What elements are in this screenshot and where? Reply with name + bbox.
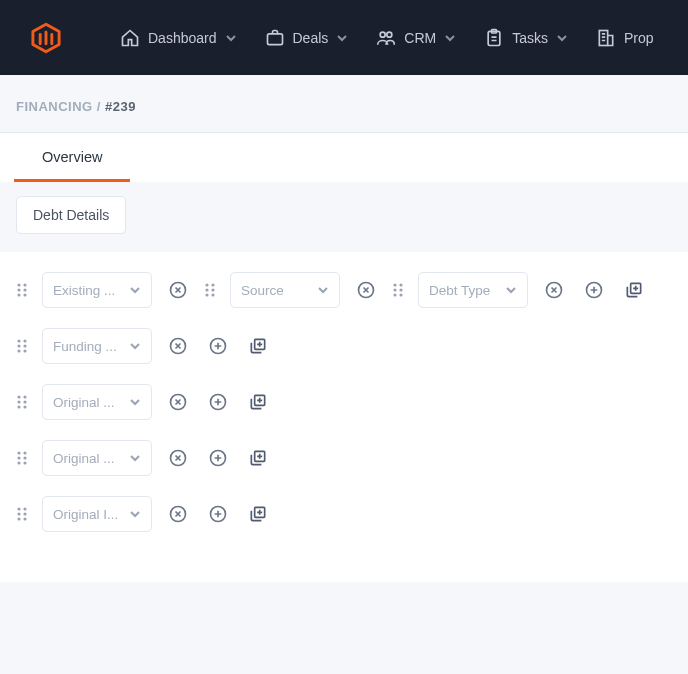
add-button[interactable] (204, 388, 232, 416)
svg-point-25 (393, 293, 396, 296)
delete-button[interactable] (164, 276, 192, 304)
delete-button[interactable] (164, 388, 192, 416)
breadcrumb-root[interactable]: FINANCING (16, 99, 93, 114)
drag-handle-icon[interactable] (16, 338, 30, 354)
debt-details-button[interactable]: Debt Details (16, 196, 126, 234)
add-group-button[interactable] (244, 388, 272, 416)
debt-details-label: Debt Details (33, 207, 109, 223)
chevron-down-icon (336, 32, 348, 44)
svg-point-19 (211, 293, 214, 296)
tab-overview[interactable]: Overview (14, 133, 130, 182)
chevron-down-icon (505, 284, 517, 296)
add-button[interactable] (580, 276, 608, 304)
add-button[interactable] (204, 500, 232, 528)
svg-point-34 (17, 349, 20, 352)
select-label: Existing ... (53, 283, 115, 298)
add-group-button[interactable] (620, 276, 648, 304)
svg-point-57 (17, 507, 20, 510)
nav-label: Dashboard (148, 30, 217, 46)
svg-point-2 (380, 32, 385, 37)
add-group-button[interactable] (244, 332, 272, 360)
svg-point-11 (17, 293, 20, 296)
svg-point-61 (17, 517, 20, 520)
breadcrumb: FINANCING / #239 (0, 75, 688, 132)
select-label: Source (241, 283, 284, 298)
svg-point-7 (17, 283, 20, 286)
svg-point-8 (23, 283, 26, 286)
svg-point-15 (211, 283, 214, 286)
chevron-down-icon (129, 284, 141, 296)
svg-point-41 (17, 400, 20, 403)
svg-point-16 (205, 288, 208, 291)
select-debt-type[interactable]: Debt Type (418, 272, 528, 308)
delete-button[interactable] (164, 444, 192, 472)
chevron-down-icon (129, 396, 141, 408)
tab-label: Overview (42, 149, 102, 165)
select-field[interactable]: Original I... (42, 496, 152, 532)
breadcrumb-current: #239 (105, 99, 136, 114)
tab-strip: Overview (0, 132, 688, 182)
select-field[interactable]: Funding ... (42, 328, 152, 364)
nav-label: CRM (404, 30, 436, 46)
drag-handle-icon[interactable] (204, 282, 218, 298)
chevron-down-icon (317, 284, 329, 296)
clipboard-icon (484, 28, 504, 48)
drag-handle-icon[interactable] (16, 282, 30, 298)
add-button[interactable] (204, 444, 232, 472)
drag-handle-icon[interactable] (392, 282, 406, 298)
drag-handle-icon[interactable] (16, 506, 30, 522)
add-group-button[interactable] (244, 500, 272, 528)
select-existing[interactable]: Existing ... (42, 272, 152, 308)
rows-area: Existing ... Source Debt Type (0, 252, 688, 582)
nav-label: Deals (293, 30, 329, 46)
section-header: Debt Details (0, 182, 688, 252)
chevron-down-icon (129, 452, 141, 464)
nav-deals[interactable]: Deals (265, 28, 349, 48)
svg-point-43 (17, 405, 20, 408)
top-navbar: Dashboard Deals CRM (0, 0, 688, 75)
svg-point-23 (393, 288, 396, 291)
add-button[interactable] (204, 332, 232, 360)
svg-point-33 (23, 344, 26, 347)
delete-button[interactable] (352, 276, 380, 304)
svg-point-18 (205, 293, 208, 296)
app-logo (30, 22, 62, 54)
select-field[interactable]: Original ... (42, 384, 152, 420)
select-label: Funding ... (53, 339, 117, 354)
delete-button[interactable] (164, 332, 192, 360)
select-label: Debt Type (429, 283, 490, 298)
drag-handle-icon[interactable] (16, 394, 30, 410)
svg-point-24 (399, 288, 402, 291)
svg-point-30 (17, 339, 20, 342)
nav-properties[interactable]: Prop (596, 28, 654, 48)
svg-point-59 (17, 512, 20, 515)
chevron-down-icon (129, 508, 141, 520)
svg-point-40 (23, 395, 26, 398)
select-source[interactable]: Source (230, 272, 340, 308)
svg-point-32 (17, 344, 20, 347)
delete-button[interactable] (540, 276, 568, 304)
svg-point-44 (23, 405, 26, 408)
filter-row: Original I... (16, 486, 672, 542)
nav-dashboard[interactable]: Dashboard (120, 28, 237, 48)
home-icon (120, 28, 140, 48)
svg-point-62 (23, 517, 26, 520)
svg-point-50 (17, 456, 20, 459)
svg-point-39 (17, 395, 20, 398)
svg-point-53 (23, 461, 26, 464)
drag-handle-icon[interactable] (16, 450, 30, 466)
building-icon (596, 28, 616, 48)
add-group-button[interactable] (244, 444, 272, 472)
filter-row: Original ... (16, 430, 672, 486)
nav-label: Prop (624, 30, 654, 46)
svg-point-12 (23, 293, 26, 296)
svg-point-3 (387, 32, 392, 37)
nav-tasks[interactable]: Tasks (484, 28, 568, 48)
svg-point-52 (17, 461, 20, 464)
svg-point-21 (393, 283, 396, 286)
select-field[interactable]: Original ... (42, 440, 152, 476)
delete-button[interactable] (164, 500, 192, 528)
nav-crm[interactable]: CRM (376, 28, 456, 48)
chevron-down-icon (225, 32, 237, 44)
svg-point-49 (23, 451, 26, 454)
